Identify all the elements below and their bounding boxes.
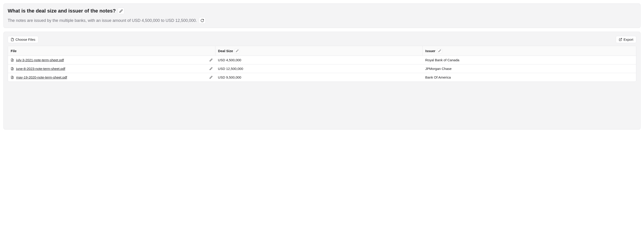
- header-file-label: File: [11, 49, 16, 53]
- edit-icon: [210, 59, 212, 61]
- header-issuer: Issuer: [422, 46, 636, 56]
- deal-size-cell: USD 12,500,000: [215, 64, 422, 73]
- answer-text: The notes are issued by the multiple ban…: [8, 18, 197, 23]
- file-cell: june-8-2023-note-term-sheet.pdf: [8, 64, 215, 73]
- issuer-cell: Royal Bank of Canada: [422, 56, 636, 64]
- file-icon: [11, 38, 14, 41]
- edit-row-button[interactable]: [210, 67, 212, 70]
- edit-icon: [210, 76, 212, 79]
- answer-row: The notes are issued by the multiple ban…: [8, 17, 636, 24]
- refresh-answer-button[interactable]: [199, 17, 206, 24]
- question-row: What is the deal size and issuer of the …: [8, 8, 636, 14]
- header-issuer-label: Issuer: [426, 49, 436, 53]
- header-deal-size: Deal Size: [215, 46, 422, 56]
- document-icon: [11, 76, 14, 79]
- table-row: may-19-2020-note-term-sheet.pdfUSD 9,500…: [8, 73, 636, 82]
- question-text: What is the deal size and issuer of the …: [8, 8, 116, 14]
- edit-icon: [210, 67, 212, 70]
- edit-issuer-column-button[interactable]: [437, 48, 442, 53]
- edit-deal-size-column-button[interactable]: [235, 48, 240, 53]
- refresh-icon: [200, 19, 204, 22]
- header-file: File: [8, 46, 215, 56]
- document-icon: [11, 59, 14, 62]
- export-label: Export: [624, 38, 633, 41]
- export-icon: [619, 38, 622, 41]
- file-link[interactable]: may-19-2020-note-term-sheet.pdf: [16, 75, 67, 79]
- data-table-wrap: File Deal Size: [8, 46, 636, 82]
- data-table: File Deal Size: [8, 46, 636, 81]
- edit-row-button[interactable]: [210, 76, 212, 79]
- header-deal-size-label: Deal Size: [218, 49, 233, 53]
- deal-size-cell: USD 9,500,000: [215, 73, 422, 82]
- file-cell: may-19-2020-note-term-sheet.pdf: [8, 73, 215, 82]
- issuer-cell: JPMorgan Chase: [422, 64, 636, 73]
- edit-icon: [236, 49, 238, 52]
- table-card: Choose Files Export File: [4, 32, 640, 130]
- table-row: june-8-2023-note-term-sheet.pdfUSD 12,50…: [8, 64, 636, 73]
- table-row: july-3-2021-note-term-sheet.pdfUSD 4,500…: [8, 56, 636, 64]
- deal-size-cell: USD 4,500,000: [215, 56, 422, 64]
- edit-icon: [119, 9, 123, 13]
- export-button[interactable]: Export: [616, 36, 636, 43]
- edit-question-button[interactable]: [118, 8, 124, 14]
- edit-row-button[interactable]: [210, 59, 212, 61]
- qa-card: What is the deal size and issuer of the …: [4, 4, 640, 28]
- document-icon: [11, 67, 14, 70]
- file-link[interactable]: july-3-2021-note-term-sheet.pdf: [16, 58, 64, 62]
- table-toolbar: Choose Files Export: [8, 36, 636, 43]
- file-cell: july-3-2021-note-term-sheet.pdf: [8, 56, 215, 64]
- choose-files-label: Choose Files: [16, 38, 36, 41]
- edit-icon: [438, 49, 441, 52]
- choose-files-button[interactable]: Choose Files: [8, 36, 38, 43]
- svg-line-0: [620, 38, 622, 40]
- file-link[interactable]: june-8-2023-note-term-sheet.pdf: [16, 67, 65, 71]
- issuer-cell: Bank Of America: [422, 73, 636, 82]
